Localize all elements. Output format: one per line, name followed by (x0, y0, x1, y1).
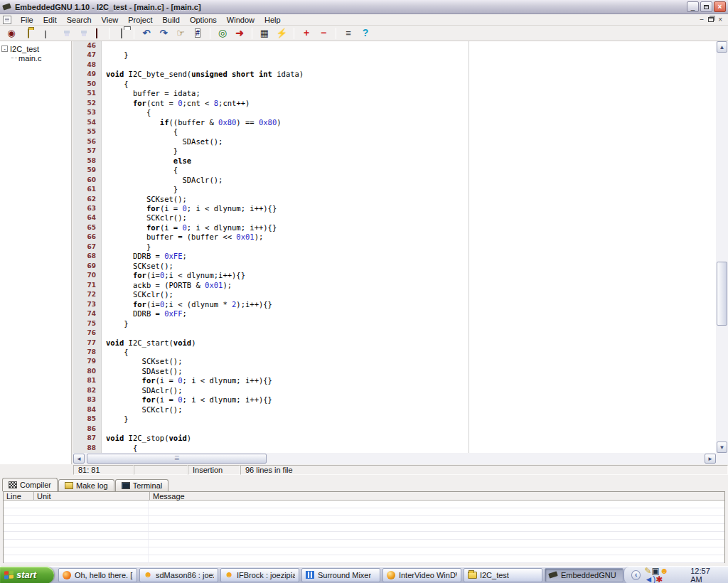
line-number: 84 (73, 405, 101, 414)
tree-item-project-root[interactable]: - I2C_test (1, 44, 70, 53)
grid-empty-row[interactable] (4, 532, 724, 540)
line-number: 68 (73, 252, 101, 261)
open-folder-button[interactable] (20, 26, 37, 41)
print-button[interactable] (113, 26, 130, 41)
menu-item-options[interactable]: Options (185, 15, 222, 25)
new-file-button[interactable] (37, 26, 54, 41)
goto-button[interactable]: ☞ (172, 26, 189, 41)
menu-item-view[interactable]: View (97, 15, 124, 25)
save-all-button[interactable] (71, 26, 88, 41)
code-line (106, 328, 716, 338)
line-numbers-button[interactable]: # (189, 26, 206, 41)
line-number: 52 (73, 99, 101, 108)
menu-item-file[interactable]: File (16, 15, 38, 25)
line-number: 53 (73, 108, 101, 117)
grid-empty-row[interactable] (4, 516, 724, 524)
scroll-up-icon[interactable]: ▲ (717, 41, 727, 53)
column-header-unit[interactable]: Unit (34, 492, 150, 500)
add-watch-icon: + (304, 28, 309, 38)
aim-buddy-icon: ☻ (144, 570, 153, 579)
menu-item-search[interactable]: Search (62, 15, 97, 25)
maximize-button[interactable] (700, 1, 712, 12)
menu-item-edit[interactable]: Edit (38, 15, 62, 25)
line-number: 61 (73, 185, 101, 194)
mixer-icon (306, 570, 315, 579)
scroll-right-icon[interactable]: ► (705, 454, 716, 464)
build-button[interactable]: ▦ (256, 26, 273, 41)
line-number: 62 (73, 195, 101, 204)
line-number: 73 (73, 300, 101, 309)
vertical-scroll-thumb[interactable] (717, 262, 727, 326)
column-header-message[interactable]: Message (150, 492, 724, 500)
download-button[interactable]: ⚡ (273, 26, 290, 41)
horizontal-scroll-thumb[interactable] (87, 454, 267, 464)
menu-item-window[interactable]: Window (222, 15, 259, 25)
grid-empty-row[interactable] (4, 547, 724, 555)
minimize-button[interactable]: _ (687, 1, 699, 12)
menu-item-build[interactable]: Build (157, 15, 184, 25)
redo-button[interactable]: ↷ (155, 26, 172, 41)
line-number: 79 (73, 357, 101, 366)
mdi-restore-button[interactable] (708, 17, 714, 22)
taskbar-button-ifbrock-joezipia[interactable]: ☻IFBrock : joezipia... (220, 568, 299, 582)
taskbar-button-sdmason86-joezi[interactable]: ☻sdMason86 : joezi... (139, 568, 218, 582)
grid-empty-row[interactable] (4, 524, 724, 532)
column-header-line[interactable]: Line (4, 492, 34, 500)
code-line (106, 41, 716, 50)
code-line: } (106, 185, 716, 194)
menu-item-project[interactable]: Project (123, 15, 157, 25)
editor-status-bar: 81: 81 Insertion 96 lines in file (0, 464, 728, 476)
grid-empty-row[interactable] (4, 508, 724, 516)
tree-collapse-icon[interactable]: - (1, 46, 8, 52)
project-options-button[interactable]: ≡ (340, 26, 357, 41)
tray-overflow-chevron-icon[interactable]: ‹ (631, 570, 641, 580)
output-tabs: CompilerMake logTerminal (2, 478, 169, 491)
taskbar-button-intervideo-windv[interactable]: InterVideo WinDV... (382, 568, 461, 582)
help-button[interactable]: ? (357, 26, 374, 41)
cursor-position: 81: 81 (73, 465, 134, 475)
reset-button[interactable]: ◉ (3, 26, 20, 41)
code-text-area[interactable]: } void I2C_byte_send(unsigned short int … (102, 41, 716, 453)
vertical-scrollbar[interactable]: ▲ ▼ (716, 41, 728, 453)
mdi-close-button[interactable]: × (718, 16, 722, 23)
taskbar-button-i2c-test[interactable]: I2C_test (464, 568, 542, 582)
grid-empty-row[interactable] (4, 540, 724, 547)
line-number: 67 (73, 242, 101, 252)
tab-terminal[interactable]: Terminal (115, 479, 169, 491)
close-button[interactable]: × (714, 1, 726, 12)
remove-watch-button[interactable]: − (315, 26, 332, 41)
title-bar: EmbeddedGNU 1.10 - I2C_test - [main.c] -… (0, 0, 728, 14)
taskbar-button-embeddedgnu[interactable]: EmbeddedGNU (545, 568, 623, 582)
tree-item-main-c[interactable]: main.c (11, 53, 70, 63)
compile-button[interactable]: ◎ (214, 26, 231, 41)
line-numbers-icon: # (195, 28, 200, 38)
line-number: 69 (73, 262, 101, 271)
scroll-down-icon[interactable]: ▼ (717, 442, 727, 453)
horizontal-scrollbar[interactable]: ◄ ► (73, 453, 716, 464)
save-button[interactable] (54, 26, 71, 41)
code-line: for(i = 0; i < dlynum; i++){} (106, 204, 716, 213)
line-number: 88 (73, 444, 101, 453)
exit-button[interactable] (88, 26, 105, 41)
start-button[interactable]: start (0, 567, 54, 583)
make-run-button[interactable]: ➜ (231, 26, 248, 41)
volume-icon[interactable]: ◄) (644, 575, 655, 583)
mdi-minimize-button[interactable]: − (700, 16, 704, 23)
antivirus-icon[interactable]: ✱ (655, 575, 663, 583)
line-number: 70 (73, 271, 101, 280)
undo-button[interactable]: ↶ (138, 26, 155, 41)
taskbar-button-surround-mixer[interactable]: Surround Mixer (301, 568, 380, 582)
menu-item-help[interactable]: Help (259, 15, 286, 25)
tab-make-log[interactable]: Make log (58, 479, 114, 491)
scroll-left-icon[interactable]: ◄ (73, 454, 85, 464)
tab-compiler[interactable]: Compiler (2, 478, 58, 491)
code-editor[interactable]: 4647484950515253545556575859606162636465… (73, 41, 728, 453)
grid-empty-row[interactable] (4, 501, 724, 508)
add-watch-button[interactable]: + (298, 26, 315, 41)
grid-header: Line Unit Message (4, 492, 724, 501)
taskbar-button-oh-hello-there[interactable]: Oh, hello there. [... (58, 568, 137, 582)
line-number-gutter: 4647484950515253545556575859606162636465… (73, 41, 102, 453)
folder-icon (468, 570, 477, 579)
project-tree-panel: - I2C_test main.c (0, 41, 72, 464)
grid-empty-row[interactable] (4, 555, 724, 563)
